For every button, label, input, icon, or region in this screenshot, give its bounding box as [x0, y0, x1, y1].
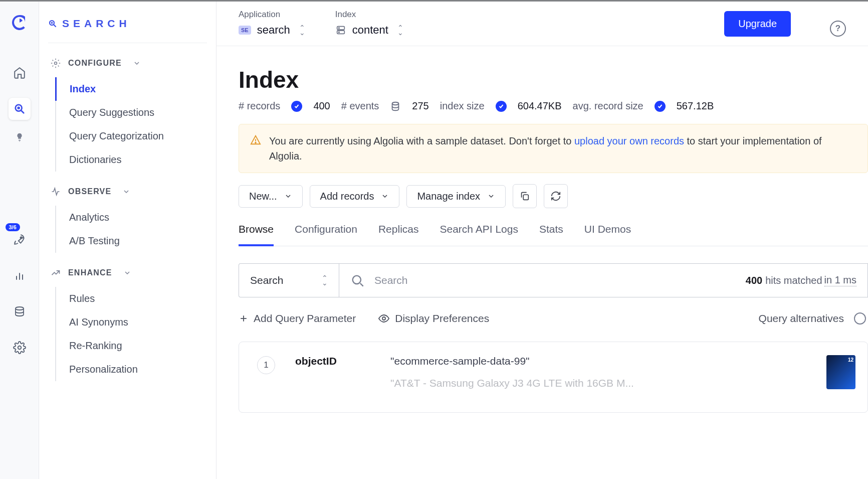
upgrade-button[interactable]: Upgrade — [724, 11, 791, 37]
application-value: search — [257, 24, 290, 37]
rail-rocket-icon[interactable]: 3/6 — [9, 228, 31, 250]
hits-time: in 1 ms — [824, 274, 856, 286]
record-key: objectID — [295, 355, 360, 367]
hits-info: 400 hits matched in 1 ms — [735, 263, 868, 297]
tab-replicas[interactable]: Replicas — [378, 223, 419, 246]
check-icon — [655, 101, 666, 112]
sidebar-item-dictionaries[interactable]: Dictionaries — [56, 148, 207, 172]
add-query-parameter[interactable]: Add Query Parameter — [239, 312, 356, 325]
svg-point-16 — [338, 32, 339, 33]
sample-dataset-alert: You are currently using Algolia with a s… — [239, 124, 868, 173]
stat-records-value: 400 — [313, 100, 330, 112]
upload-records-link[interactable]: upload your own records — [574, 135, 684, 146]
section-configure[interactable]: CONFIGURE — [48, 58, 207, 68]
index-label: Index — [335, 10, 403, 20]
add-query-parameter-label: Add Query Parameter — [254, 312, 356, 325]
sidebar-item-ab-testing[interactable]: A/B Testing — [56, 229, 207, 253]
display-preferences[interactable]: Display Preferences — [378, 312, 489, 325]
tab-ui-demos[interactable]: UI Demos — [584, 223, 631, 246]
section-enhance[interactable]: ENHANCE — [48, 268, 207, 278]
record-value: "ecommerce-sample-data-99" — [390, 355, 530, 367]
svg-line-22 — [360, 283, 363, 286]
sidebar-item-re-ranking[interactable]: Re-Ranking — [56, 334, 207, 358]
tab-search-api-logs[interactable]: Search API Logs — [440, 223, 518, 246]
application-selector[interactable]: SE search ⌃⌄ — [239, 24, 305, 37]
hits-count: 400 — [746, 275, 762, 286]
chevron-down-icon — [122, 188, 130, 196]
hits-text: hits matched — [765, 275, 822, 286]
svg-point-10 — [51, 22, 53, 24]
sidebar-item-rules[interactable]: Rules — [56, 287, 207, 310]
chevron-down-icon — [123, 269, 131, 277]
search-icon — [350, 273, 364, 287]
chevron-down-icon — [133, 59, 141, 67]
section-label: OBSERVE — [68, 187, 111, 196]
sidebar-item-query-categorization[interactable]: Query Categorization — [56, 124, 207, 148]
application-badge: SE — [239, 26, 251, 35]
svg-rect-20 — [523, 195, 528, 200]
index-selector[interactable]: content ⌃⌄ — [335, 24, 403, 37]
rail-recommend-icon[interactable] — [9, 127, 31, 149]
sidebar-item-index[interactable]: Index — [55, 77, 207, 101]
svg-line-2 — [21, 111, 24, 113]
trending-up-icon — [50, 268, 61, 278]
add-records-label: Add records — [320, 191, 374, 202]
manage-index-button[interactable]: Manage index — [406, 185, 506, 208]
warning-icon — [250, 134, 261, 145]
search-mode-label: Search — [250, 274, 284, 286]
section-label: CONFIGURE — [68, 59, 122, 68]
sidebar-item-personalization[interactable]: Personalization — [56, 358, 207, 381]
search-product-icon — [48, 19, 57, 28]
record-card: 1 objectID "ecommerce-sample-data-99" "A… — [239, 342, 868, 413]
tab-configuration[interactable]: Configuration — [295, 223, 357, 246]
record-number: 1 — [257, 356, 275, 374]
new-button[interactable]: New... — [239, 185, 303, 208]
query-alternatives-toggle[interactable]: Query alternatives — [759, 312, 866, 325]
svg-point-8 — [18, 346, 21, 350]
stat-avg-value: 567.12B — [677, 100, 714, 112]
svg-point-25 — [382, 317, 385, 320]
rail-database-icon[interactable] — [9, 300, 31, 323]
search-mode-selector[interactable]: Search ⌃⌄ — [239, 263, 339, 297]
sidebar-item-query-suggestions[interactable]: Query Suggestions — [56, 101, 207, 124]
copy-button[interactable] — [513, 184, 537, 208]
topbar: Application SE search ⌃⌄ Index content ⌃… — [216, 2, 868, 46]
rail-analytics-icon[interactable] — [9, 264, 31, 286]
rail-badge: 3/6 — [6, 223, 20, 231]
svg-point-3 — [20, 237, 22, 238]
svg-point-19 — [255, 142, 256, 143]
record-value-2: "AT&T - Samsung Galaxy J3 4G LTE with 16… — [390, 377, 634, 389]
help-button[interactable]: ? — [830, 21, 846, 37]
rail-settings-icon[interactable] — [9, 337, 31, 359]
application-label: Application — [239, 10, 305, 20]
section-observe[interactable]: OBSERVE — [48, 187, 207, 197]
database-icon — [335, 25, 346, 36]
tab-browse[interactable]: Browse — [239, 223, 274, 246]
stat-size-value: 604.47KB — [518, 100, 562, 112]
manage-index-label: Manage index — [417, 191, 480, 202]
sidebar-item-analytics[interactable]: Analytics — [56, 206, 207, 229]
svg-point-12 — [55, 62, 57, 65]
algolia-logo-icon[interactable] — [10, 13, 30, 33]
stat-events-label: # events — [341, 100, 379, 112]
rail-home-icon[interactable] — [9, 62, 31, 84]
search-input[interactable] — [374, 274, 724, 286]
alert-text-pre: You are currently using Algolia with a s… — [269, 135, 574, 146]
query-alternatives-label: Query alternatives — [759, 312, 844, 325]
sidebar-item-ai-synonyms[interactable]: AI Synonyms — [56, 310, 207, 334]
chevron-updown-icon: ⌃⌄ — [299, 25, 305, 35]
svg-point-7 — [16, 307, 24, 310]
svg-point-1 — [17, 106, 20, 109]
tabs: Browse Configuration Replicas Search API… — [239, 223, 868, 246]
index-value: content — [352, 24, 388, 37]
add-records-button[interactable]: Add records — [310, 185, 400, 208]
display-preferences-label: Display Preferences — [395, 312, 489, 325]
page-title: Index — [239, 66, 868, 93]
stats-row: # records 400 # events 275 index size 60… — [239, 100, 868, 112]
refresh-button[interactable] — [544, 184, 568, 208]
tab-stats[interactable]: Stats — [539, 223, 563, 246]
rail-search-icon[interactable] — [9, 98, 31, 120]
toggle-icon — [854, 312, 866, 325]
svg-line-11 — [54, 25, 56, 27]
stat-avg-label: avg. record size — [573, 100, 643, 112]
